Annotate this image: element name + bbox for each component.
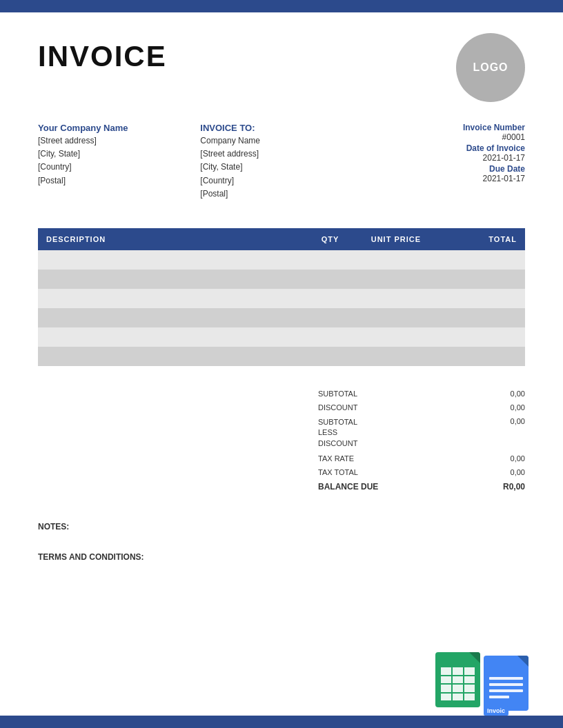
invoice-number-label: Invoice Number bbox=[363, 123, 525, 132]
from-line1: [Street address] bbox=[38, 134, 200, 148]
row-unit-price bbox=[355, 289, 437, 308]
table-row bbox=[38, 289, 525, 308]
grid-cell bbox=[441, 694, 451, 701]
grid-cell bbox=[464, 676, 475, 684]
tax-rate-label: TAX RATE bbox=[318, 454, 354, 463]
row-total bbox=[437, 347, 525, 366]
notes-label: NOTES: bbox=[38, 522, 525, 532]
totals-table: SUBTOTAL 0,00 DISCOUNT 0,00 SUBTOTALLESS… bbox=[318, 387, 525, 494]
to-line1: [Street address] bbox=[200, 148, 362, 161]
invoice-title: INVOICE bbox=[38, 40, 167, 73]
row-total bbox=[437, 270, 525, 289]
invoice-title-container: INVOICE bbox=[38, 33, 167, 73]
col-qty: QTY bbox=[306, 228, 355, 250]
tax-rate-value: 0,00 bbox=[491, 454, 525, 463]
address-from: Your Company Name [Street address] [City… bbox=[38, 123, 200, 201]
grid-cell bbox=[441, 667, 451, 675]
due-date-label: Due Date bbox=[363, 164, 525, 174]
subtotal-less-row: SUBTOTALLESSDISCOUNT 0,00 bbox=[318, 414, 525, 452]
grid-cell bbox=[453, 694, 463, 701]
row-unit-price bbox=[355, 347, 437, 366]
date-of-invoice-value: 2021-01-17 bbox=[363, 153, 525, 163]
grid-cell bbox=[453, 667, 463, 675]
sheets-icon-grid bbox=[441, 667, 475, 700]
due-date-value: 2021-01-17 bbox=[363, 174, 525, 183]
row-description bbox=[38, 250, 306, 270]
col-unit-price: UNIT PRICE bbox=[355, 228, 437, 250]
docs-line bbox=[489, 677, 523, 680]
invoice-to-label: INVOICE TO: bbox=[200, 123, 362, 133]
invoice-number-row: Invoice Number #0001 bbox=[363, 123, 525, 142]
from-company-name: Your Company Name bbox=[38, 123, 200, 133]
sheets-icon-body bbox=[435, 652, 480, 707]
subtotal-value: 0,00 bbox=[491, 390, 525, 398]
row-qty bbox=[306, 308, 355, 327]
row-description bbox=[38, 327, 306, 347]
discount-value: 0,00 bbox=[491, 403, 525, 412]
invoice-number-value: #0001 bbox=[363, 132, 525, 142]
bottom-bar bbox=[0, 716, 563, 728]
tax-rate-row: TAX RATE 0,00 bbox=[318, 452, 525, 465]
table-row bbox=[38, 270, 525, 289]
table-row bbox=[38, 250, 525, 270]
row-qty bbox=[306, 270, 355, 289]
docs-line bbox=[489, 683, 523, 686]
col-description: DESCRIPTION bbox=[38, 228, 306, 250]
to-line3: [Country] bbox=[200, 174, 362, 188]
logo-placeholder: LOGO bbox=[456, 33, 525, 102]
row-description bbox=[38, 289, 306, 308]
top-bar bbox=[0, 0, 563, 12]
date-of-invoice-row: Date of Invoice 2021-01-17 bbox=[363, 143, 525, 163]
grid-cell bbox=[464, 694, 475, 701]
terms-label: TERMS AND CONDITIONS: bbox=[38, 552, 525, 562]
address-to: INVOICE TO: Company Name [Street address… bbox=[200, 123, 362, 201]
to-line2: [City, State] bbox=[200, 161, 362, 174]
header-section: INVOICE LOGO bbox=[38, 33, 525, 102]
row-qty bbox=[306, 327, 355, 347]
row-qty bbox=[306, 250, 355, 270]
date-of-invoice-label: Date of Invoice bbox=[363, 143, 525, 153]
row-total bbox=[437, 289, 525, 308]
to-company: Company Name bbox=[200, 134, 362, 148]
balance-due-label: BALANCE DUE bbox=[318, 482, 378, 492]
docs-icon-lines bbox=[489, 671, 523, 704]
table-row bbox=[38, 327, 525, 347]
row-unit-price bbox=[355, 250, 437, 270]
due-date-row: Due Date 2021-01-17 bbox=[363, 164, 525, 183]
row-unit-price bbox=[355, 308, 437, 327]
row-description bbox=[38, 347, 306, 366]
balance-due-value: R0,00 bbox=[503, 482, 525, 492]
row-qty bbox=[306, 289, 355, 308]
table-header-row: DESCRIPTION QTY UNIT PRICE TOTAL bbox=[38, 228, 525, 250]
table-row bbox=[38, 308, 525, 327]
balance-due-row: BALANCE DUE R0,00 bbox=[318, 479, 525, 494]
row-unit-price bbox=[355, 327, 437, 347]
docs-icon-corner bbox=[517, 656, 529, 667]
google-sheets-icon bbox=[435, 652, 491, 714]
items-table: DESCRIPTION QTY UNIT PRICE TOTAL bbox=[38, 228, 525, 366]
bottom-icons: Invoic bbox=[435, 652, 535, 714]
row-qty bbox=[306, 347, 355, 366]
from-line3: [Country] bbox=[38, 161, 200, 174]
table-row bbox=[38, 347, 525, 366]
totals-section: SUBTOTAL 0,00 DISCOUNT 0,00 SUBTOTALLESS… bbox=[38, 387, 525, 494]
to-line4: [Postal] bbox=[200, 188, 362, 201]
grid-cell bbox=[453, 685, 463, 692]
subtotal-label: SUBTOTAL bbox=[318, 390, 357, 398]
addresses-section: Your Company Name [Street address] [City… bbox=[38, 123, 525, 201]
invoice-meta: Invoice Number #0001 Date of Invoice 202… bbox=[363, 123, 525, 201]
terms-section: TERMS AND CONDITIONS: bbox=[38, 552, 525, 562]
row-description bbox=[38, 308, 306, 327]
row-total bbox=[437, 327, 525, 347]
grid-cell bbox=[441, 685, 451, 692]
subtotal-less-label: SUBTOTALLESSDISCOUNT bbox=[318, 417, 357, 449]
grid-cell bbox=[441, 676, 451, 684]
discount-row: DISCOUNT 0,00 bbox=[318, 401, 525, 414]
row-description bbox=[38, 270, 306, 289]
from-line4: [Postal] bbox=[38, 174, 200, 188]
grid-cell bbox=[453, 676, 463, 684]
tax-total-label: TAX TOTAL bbox=[318, 468, 358, 476]
row-total bbox=[437, 308, 525, 327]
tax-total-row: TAX TOTAL 0,00 bbox=[318, 465, 525, 479]
grid-cell bbox=[464, 685, 475, 692]
